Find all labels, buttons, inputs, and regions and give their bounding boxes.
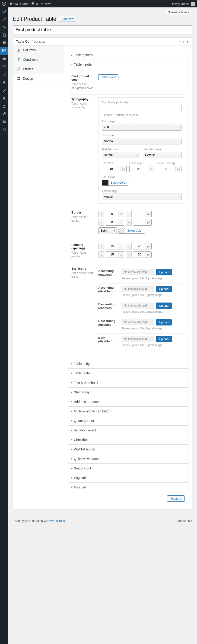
menu-product-table[interactable]	[0, 47, 8, 55]
menu-dashboard[interactable]	[0, 8, 8, 15]
pad-top-input[interactable]	[106, 243, 118, 249]
pad-right-input[interactable]	[133, 243, 146, 249]
howdy-link[interactable]: Howdy, admin	[171, 2, 195, 6]
acc-checkbox[interactable]: ▸Checkbox	[68, 435, 188, 445]
menu-pages[interactable]	[0, 31, 8, 39]
panel-up-icon[interactable]: ∧	[178, 40, 182, 43]
border-color-button[interactable]: Select Color	[118, 228, 145, 234]
acc-title-thumbnail[interactable]: ▸Title & thumbnail	[68, 378, 188, 388]
site-link[interactable]: WP Learn	[9, 2, 28, 6]
pad-left-input[interactable]	[133, 252, 146, 258]
menu-settings[interactable]	[0, 118, 8, 126]
arrow-up-icon: ↑	[98, 243, 104, 250]
acc-star-rating[interactable]: ▸Star rating	[68, 388, 188, 397]
menu-plugins[interactable]	[0, 94, 8, 102]
text-transform-select[interactable]: Default	[102, 152, 140, 158]
menu-posts[interactable]	[0, 15, 8, 23]
tab-conditions[interactable]: Conditions	[13, 55, 64, 64]
menu-comments[interactable]	[0, 39, 8, 47]
acc-pagination[interactable]: ▸Pagination	[68, 473, 188, 483]
line-height-input[interactable]	[130, 166, 148, 172]
vertical-tabs: Columns Conditions Utilities Design	[13, 46, 64, 510]
restore-button[interactable]: Restore	[167, 496, 185, 502]
acc-table-header-head[interactable]: ▾Table header	[68, 60, 188, 69]
menu-analytics[interactable]	[0, 70, 8, 78]
tab-design-label: Design	[23, 77, 33, 80]
border-top-input[interactable]	[106, 211, 118, 217]
upload-hint: Please upload 19x19 pixel image.	[122, 327, 185, 330]
tab-utilities[interactable]: Utilities	[13, 64, 64, 74]
typo-desc: Table header typography.	[72, 102, 94, 110]
footer-version: Version 5.5	[177, 519, 192, 522]
menu-collapse[interactable]	[0, 126, 8, 134]
border-right-input[interactable]	[133, 211, 146, 217]
panel-down-icon[interactable]: ∨	[182, 40, 186, 43]
px-unit: px	[176, 166, 181, 172]
acc-table-footer[interactable]: ▸Table footer	[68, 368, 188, 378]
border-style-select[interactable]: Solid	[98, 228, 117, 234]
tab-design[interactable]: Design	[13, 74, 64, 84]
upload-button[interactable]: Upload	[156, 336, 172, 342]
letter-spacing-input[interactable]	[157, 166, 176, 172]
font-family-hint: Example: 'Ubuntu', sans-serif	[102, 113, 182, 116]
page-title: Edit Product Table	[13, 16, 56, 22]
upload-button[interactable]: Upload	[156, 269, 172, 276]
acc-search-input[interactable]: ▸Seach input	[68, 464, 188, 473]
chevron-right-icon: ▸	[72, 448, 72, 450]
acc-multi-add-to-cart[interactable]: ▸Multiple add to cart button	[68, 406, 188, 416]
acc-quantity-input[interactable]: ▸Quantity input	[68, 416, 188, 426]
add-new-button[interactable]: Add New	[59, 16, 76, 22]
pad-bottom-input[interactable]	[106, 252, 118, 258]
acc-variation-select[interactable]: ▸Variation select	[68, 426, 188, 435]
line-height-label: Line Height	[129, 162, 154, 165]
tab-columns[interactable]: Columns	[13, 46, 64, 55]
menu-users[interactable]	[0, 102, 8, 110]
site-name: WP Learn	[14, 2, 28, 6]
screen-options-tab[interactable]: Screen Options ▾	[165, 10, 192, 15]
wordpress-link[interactable]: WordPress	[50, 519, 65, 522]
font-family-input[interactable]	[102, 105, 182, 112]
border-left-input[interactable]	[133, 219, 146, 225]
menu-appearance[interactable]	[0, 86, 8, 94]
font-color-button[interactable]: Select Color	[102, 180, 128, 186]
menu-marketing[interactable]	[0, 78, 8, 86]
upload-button[interactable]: Upload	[156, 302, 172, 309]
svg-point-19	[4, 121, 5, 122]
wp-logo[interactable]	[2, 2, 6, 6]
new-link[interactable]: +New	[41, 2, 50, 6]
font-color-btn-text: Select Color	[108, 181, 128, 184]
menu-woocommerce[interactable]	[0, 55, 8, 62]
acc-table-header: ▾Table header Background color Table hea…	[68, 60, 188, 359]
valign-select[interactable]: Middle	[102, 194, 182, 200]
admin-bar: WP Learn 0 +New Howdy, admin	[0, 0, 197, 8]
bg-select-color-button[interactable]: Select Color	[98, 74, 118, 80]
font-style-select[interactable]: Normal	[102, 138, 182, 144]
media-status: No media selected	[122, 286, 154, 292]
acc-table-general[interactable]: ▸Table general	[68, 50, 188, 60]
upload-button[interactable]: Upload	[156, 319, 172, 326]
chevron-right-icon: ▸	[72, 429, 72, 432]
acc-wishlist-button[interactable]: ▸Wishlist button	[68, 445, 188, 454]
acc-quick-view-button[interactable]: ▸Quick view button	[68, 454, 188, 464]
border-bottom-input[interactable]	[106, 219, 118, 225]
panel-toggle-icon[interactable]: ▴	[186, 40, 189, 43]
upload-button[interactable]: Upload	[156, 286, 172, 292]
text-decoration-select[interactable]: Default	[143, 152, 182, 158]
svg-rect-11	[3, 74, 4, 76]
comments-link[interactable]: 0	[31, 2, 38, 6]
desc-enabled-label: Descending (enabled)	[98, 302, 119, 310]
font-weight-select[interactable]: 700	[102, 124, 182, 130]
menu-products[interactable]	[0, 62, 8, 70]
menu-media[interactable]	[0, 23, 8, 31]
acc-add-to-cart[interactable]: ▸Add to cart button	[68, 397, 188, 406]
chevron-right-icon: ▸	[72, 54, 72, 56]
acc-table-body[interactable]: ▸Table body	[68, 359, 188, 368]
font-size-input[interactable]	[102, 166, 120, 172]
acc-mini-cart[interactable]: ▸Mini cart	[68, 483, 188, 492]
menu-tools[interactable]	[0, 110, 8, 118]
svg-point-14	[4, 105, 5, 106]
table-title-input[interactable]	[13, 26, 192, 34]
media-status: No media selected	[122, 319, 154, 325]
svg-rect-6	[2, 50, 6, 52]
svg-point-20	[4, 122, 4, 123]
